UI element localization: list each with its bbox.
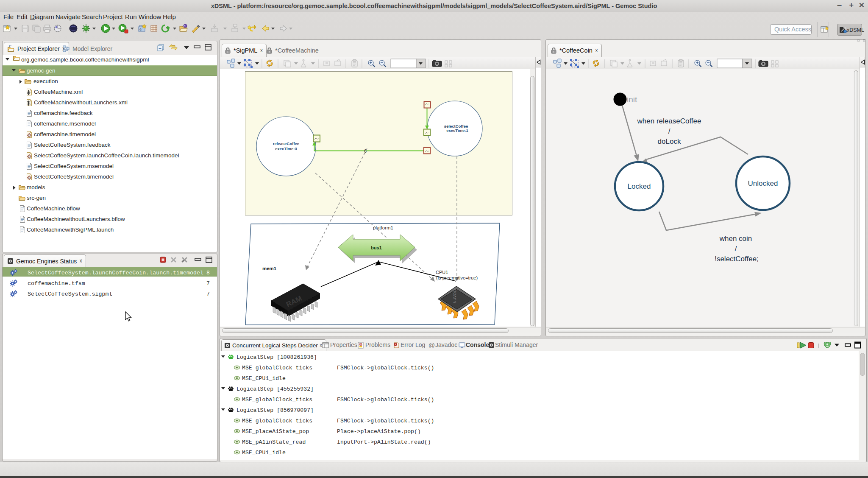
svg-text:6: 6 xyxy=(364,148,367,154)
svg-text:when releaseCoffee: when releaseCoffee xyxy=(637,117,701,125)
svg-text:!selectCoffee;: !selectCoffee; xyxy=(715,255,759,263)
svg-text:LogicalStep [455255932]: LogicalStep [455255932] xyxy=(236,386,314,392)
svg-text:G: G xyxy=(139,28,142,31)
svg-text:7: 7 xyxy=(206,291,210,297)
svg-text:8: 8 xyxy=(206,270,210,276)
svg-text:when coin: when coin xyxy=(719,235,752,243)
svg-text:SelectCoffeeSystem.feedback: SelectCoffeeSystem.feedback xyxy=(34,142,111,148)
svg-text:NUVOLA: NUVOLA xyxy=(453,288,457,303)
svg-text:/: / xyxy=(668,127,670,135)
svg-text:CoffeeMachinewithoutLaunchers.: CoffeeMachinewithoutLaunchers.xml xyxy=(34,99,128,106)
svg-text:SelectCoffeeSystem.timemodel: SelectCoffeeSystem.timemodel xyxy=(34,173,114,180)
svg-text:SelectCoffeeSystem.launchCoffe: SelectCoffeeSystem.launchCoffeeCoin.laun… xyxy=(34,152,179,159)
svg-text:LogicalStep [856970097]: LogicalStep [856970097] xyxy=(236,407,314,414)
svg-text:coffemachine.timemodel: coffemachine.timemodel xyxy=(34,131,96,137)
svg-text:SelectCoffeeSystem.launchCoffe: SelectCoffeeSystem.launchCoffeeCoin.laun… xyxy=(28,270,203,276)
svg-text:CoffeeMachine.bflow: CoffeeMachine.bflow xyxy=(27,205,80,212)
svg-text:Place->placeA1State.pop(): Place->placeA1State.pop() xyxy=(337,428,421,435)
svg-text:MSE_CPU1_idle: MSE_CPU1_idle xyxy=(242,375,286,382)
svg-text:coffemachine.tfsm: coffemachine.tfsm xyxy=(28,280,85,287)
svg-text:FSMClock->globalClock.ticks(): FSMClock->globalClock.ticks() xyxy=(337,418,434,424)
svg-text:MSE_globalClock_ticks: MSE_globalClock_ticks xyxy=(242,418,312,424)
svg-text:execTime:3: execTime:3 xyxy=(275,146,297,151)
svg-text:MSE_pA1inState_read: MSE_pA1inState_read xyxy=(242,439,306,445)
svg-text:coffemachine.msemodel: coffemachine.msemodel xyxy=(34,120,96,127)
svg-text:Locked: Locked xyxy=(628,182,651,190)
svg-text:FSMClock->globalClock.ticks(): FSMClock->globalClock.ticks() xyxy=(337,397,434,403)
svg-text:bus1: bus1 xyxy=(371,245,382,250)
svg-text:7: 7 xyxy=(206,280,210,287)
svg-text:MSE_globalClock_ticks: MSE_globalClock_ticks xyxy=(242,397,312,403)
svg-text:CoffeeMachine.xml: CoffeeMachine.xml xyxy=(34,89,83,95)
svg-text:/: / xyxy=(735,245,737,253)
svg-text:gemoc-gen: gemoc-gen xyxy=(27,67,56,74)
svg-text:releaseCoffee: releaseCoffee xyxy=(273,141,299,146)
svg-text:Unlocked: Unlocked xyxy=(748,179,778,187)
svg-text:FSMClock->globalClock.ticks(): FSMClock->globalClock.ticks() xyxy=(337,365,434,371)
svg-text:MSE_placeA1State_pop: MSE_placeA1State_pop xyxy=(242,428,309,435)
svg-text:(is preemptive=true): (is preemptive=true) xyxy=(436,275,478,280)
svg-text:MSE_CPU1_idle: MSE_CPU1_idle xyxy=(242,450,286,456)
svg-text:SelectCoffeeSystem.sigpml: SelectCoffeeSystem.sigpml xyxy=(28,291,112,297)
svg-text:CoffeeMachinewithSigPML.launch: CoffeeMachinewithSigPML.launch xyxy=(27,226,114,233)
svg-text:CPU1: CPU1 xyxy=(436,270,448,275)
svg-text:InputPort->pA1inState.read(): InputPort->pA1inState.read() xyxy=(337,439,431,445)
svg-text:LogicalStep [1008261936]: LogicalStep [1008261936] xyxy=(236,354,317,361)
svg-text:SelectCoffeeSystem.msemodel: SelectCoffeeSystem.msemodel xyxy=(34,163,114,169)
svg-text:CoffeeMachinewithoutLaunchers.: CoffeeMachinewithoutLaunchers.bflow xyxy=(27,216,125,222)
svg-text:doLock: doLock xyxy=(658,137,681,145)
svg-text:MSE_globalClock_ticks: MSE_globalClock_ticks xyxy=(242,365,312,371)
svg-text:init: init xyxy=(627,95,637,104)
svg-text:execution: execution xyxy=(33,78,58,84)
svg-text:coffemachine.feedback: coffemachine.feedback xyxy=(34,110,93,116)
svg-text:mem1: mem1 xyxy=(262,266,277,271)
svg-text:org.gemoc.sample.bcool.coffeem: org.gemoc.sample.bcool.coffeemachinewith… xyxy=(21,56,149,63)
svg-text:models: models xyxy=(27,184,45,190)
svg-text:src-gen: src-gen xyxy=(27,195,46,201)
svg-text:execTime:1: execTime:1 xyxy=(446,128,468,133)
